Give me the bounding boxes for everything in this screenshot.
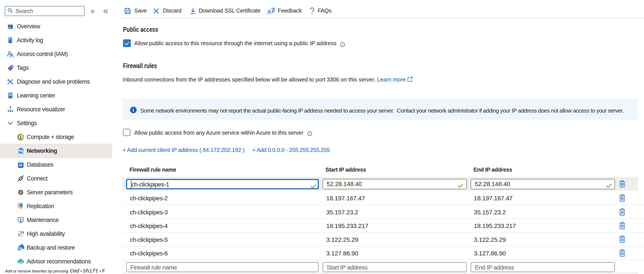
svg-text:101: 101 (9, 94, 12, 96)
svg-text:My: My (8, 26, 11, 29)
svg-text:$: $ (20, 135, 22, 139)
svg-text:DB: DB (18, 164, 22, 167)
